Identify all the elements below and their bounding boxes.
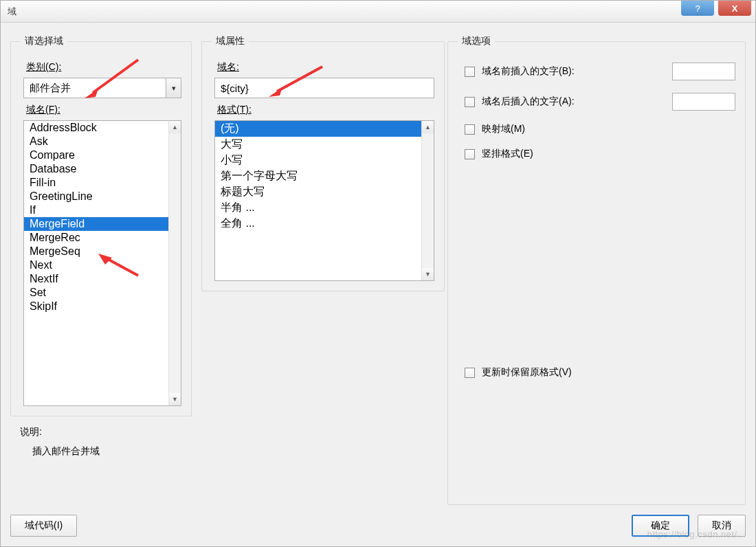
field-props-group: 域属性 域名: 格式(T): (无)大写小写第一个字母大写标题大写半角 ...全… [201,35,445,291]
list-item[interactable]: 大写 [215,137,421,153]
opt-before-row: 域名前插入的文字(B): [465,63,735,80]
titlebar-controls: ? X [681,1,755,22]
list-item[interactable]: Database [24,162,168,176]
list-item[interactable]: AddressBlock [24,121,168,135]
mid-column: 域属性 域名: 格式(T): (无)大写小写第一个字母大写标题大写半角 ...全… [201,35,434,505]
list-item[interactable]: Set [24,286,168,300]
list-item[interactable]: Ask [24,135,168,148]
field-props-legend: 域属性 [212,35,249,47]
opt-before-input[interactable] [672,63,735,80]
scroll-up-icon[interactable]: ▲ [169,121,181,133]
list-item[interactable]: NextIf [24,272,168,286]
fieldname-label: 域名: [217,61,434,74]
scroll-down-icon[interactable]: ▼ [169,393,181,405]
list-item[interactable]: SkipIf [24,300,168,313]
list-item[interactable]: (无) [215,121,421,137]
close-button[interactable]: X [718,1,751,16]
list-item[interactable]: 小写 [215,153,421,168]
description-label: 说明: [20,426,188,438]
opt-map-checkbox[interactable] [465,124,475,135]
list-item[interactable]: Compare [24,148,168,162]
opt-before-checkbox[interactable] [465,67,475,77]
left-column: 请选择域 类别(C): 域名(F): AddressBlockAskCompar… [10,35,188,505]
list-item[interactable]: 半角 ... [215,200,421,216]
opt-after-label: 域名后插入的文字(A): [482,96,665,108]
list-item[interactable]: 第一个字母大写 [215,168,421,184]
opt-after-checkbox[interactable] [465,97,475,107]
category-combo[interactable] [23,78,181,98]
opt-after-input[interactable] [672,93,735,111]
opt-map-label: 映射域(M) [482,123,735,135]
description-block: 说明: 插入邮件合并域 [20,426,188,458]
scroll-up-icon[interactable]: ▲ [422,121,434,133]
help-button[interactable]: ? [681,1,714,16]
list-item[interactable]: 全角 ... [215,216,421,232]
dialog-content: 请选择域 类别(C): 域名(F): AddressBlockAskCompar… [1,23,755,505]
opt-vertical-label: 竖排格式(E) [482,148,735,160]
format-listbox[interactable]: (无)大写小写第一个字母大写标题大写半角 ...全角 ... ▲ ▼ [214,120,434,281]
opt-vertical-checkbox[interactable] [465,149,475,159]
description-text: 插入邮件合并域 [32,445,188,458]
category-input[interactable] [24,78,166,98]
list-item[interactable]: MergeRec [24,231,168,245]
fieldname-input[interactable] [214,78,434,98]
scrollbar[interactable]: ▲ ▼ [421,121,434,280]
fieldcode-button[interactable]: 域代码(I) [10,515,77,537]
window-title: 域 [8,5,16,18]
chevron-down-icon[interactable] [166,78,181,98]
opt-keep-row: 更新时保留原格式(V) [465,366,735,379]
field-options-legend: 域选项 [458,35,495,47]
titlebar: 域 ? X [1,1,755,23]
format-label: 格式(T): [217,104,434,116]
scrollbar[interactable]: ▲ ▼ [168,121,181,405]
list-item[interactable]: Fill-in [24,176,168,190]
select-field-legend: 请选择域 [21,35,67,47]
select-field-group: 请选择域 类别(C): 域名(F): AddressBlockAskCompar… [10,35,192,416]
fieldname-listbox[interactable]: AddressBlockAskCompareDatabaseFill-inGre… [23,120,181,406]
opt-map-row: 映射域(M) [465,123,735,135]
opt-keep-label: 更新时保留原格式(V) [482,366,735,379]
opt-after-row: 域名后插入的文字(A): [465,93,735,111]
list-item[interactable]: MergeField [24,217,168,231]
list-item[interactable]: If [24,203,168,217]
opt-vertical-row: 竖排格式(E) [465,148,735,160]
scroll-down-icon[interactable]: ▼ [422,268,434,280]
watermark: https://blog.csdn.net/... [647,529,746,539]
opt-before-label: 域名前插入的文字(B): [482,65,665,78]
list-item[interactable]: Next [24,258,168,272]
field-options-group: 域选项 域名前插入的文字(B): 域名后插入的文字(A): 映射域(M) [447,35,746,505]
list-item[interactable]: 标题大写 [215,184,421,200]
opt-keep-checkbox[interactable] [465,368,475,378]
dialog-window: 域 ? X 请选择域 类别(C): 域名(F): AddressBlockAsk… [0,0,756,547]
list-item[interactable]: MergeSeq [24,245,168,258]
fieldname-list-label: 域名(F): [26,104,181,116]
category-label: 类别(C): [26,61,181,74]
right-column: 域选项 域名前插入的文字(B): 域名后插入的文字(A): 映射域(M) [447,35,746,505]
bottom-bar: 域代码(I) 确定 取消 [1,505,755,546]
list-item[interactable]: GreetingLine [24,190,168,203]
